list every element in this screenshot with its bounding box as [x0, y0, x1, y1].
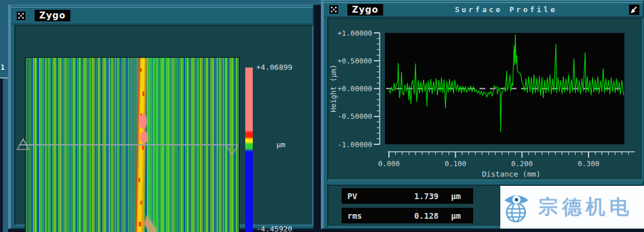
y-tick-label: -0.50000 [338, 112, 372, 121]
height-colorbar [245, 68, 253, 232]
surface-profile-titlebar[interactable]: Zygo Surface Profile [324, 2, 643, 17]
zygo-logo: Zygo [347, 4, 383, 16]
window-menu-icon[interactable] [17, 12, 25, 20]
resize-tool-icon[interactable] [629, 5, 639, 15]
surface-map-panel: +4.06899 µm -4.45920 [14, 25, 313, 226]
window-menu-icon[interactable] [330, 5, 338, 14]
pv-unit: µm [439, 192, 473, 201]
x-axis-title: Distance (mm) [482, 170, 541, 178]
background-window-shadow [0, 78, 3, 232]
pv-value: 1.739 [389, 192, 439, 201]
colorbar-min-label: -4.45920 [256, 224, 293, 232]
y-tick-label: -1.00000 [338, 140, 372, 149]
y-tick-label: +0.50000 [338, 57, 372, 65]
profile-plot: +1.00000+0.50000+0.00000-0.50000-1.00000… [328, 18, 642, 179]
x-tick-label: 0.300 [578, 159, 600, 168]
pv-label: PV [342, 192, 389, 201]
rms-readout: rms 0.128 µm [342, 208, 473, 223]
pv-readout: PV 1.739 µm [342, 188, 473, 204]
profile-slice-right-handle[interactable] [226, 145, 238, 155]
background-window-left-edge: 1 [0, 5, 8, 232]
window-title: Surface Profile [383, 5, 629, 14]
rms-label: rms [342, 211, 389, 220]
surface-map-window: Zygo [8, 5, 314, 229]
rms-value: 0.128 [389, 211, 439, 220]
desktop: 1 Zygo [0, 0, 644, 232]
profile-slice-overlay [16, 137, 246, 160]
y-axis-title: Height (µm) [329, 65, 338, 113]
x-tick-label: 0.200 [511, 159, 533, 168]
colorbar-unit-label: µm [276, 140, 286, 149]
x-tick-label: 0.100 [444, 159, 466, 168]
y-tick-label: +0.00000 [338, 84, 372, 93]
background-window-text-fragment: 1 [1, 63, 5, 72]
watermark: 宗德机电 [500, 186, 644, 229]
profile-plot-panel: +1.00000+0.50000+0.00000-0.50000-1.00000… [327, 17, 643, 181]
x-tick-label: 0.000 [378, 159, 400, 168]
y-tick-label: +1.00000 [338, 29, 372, 38]
colorbar-max-label: +4.06899 [256, 63, 293, 72]
watermark-text: 宗德机电 [538, 194, 633, 220]
rms-unit: µm [439, 211, 473, 220]
surface-map-titlebar[interactable]: Zygo [11, 7, 313, 24]
zygo-logo: Zygo [35, 10, 70, 21]
globe-eye-logo-icon [500, 189, 534, 225]
